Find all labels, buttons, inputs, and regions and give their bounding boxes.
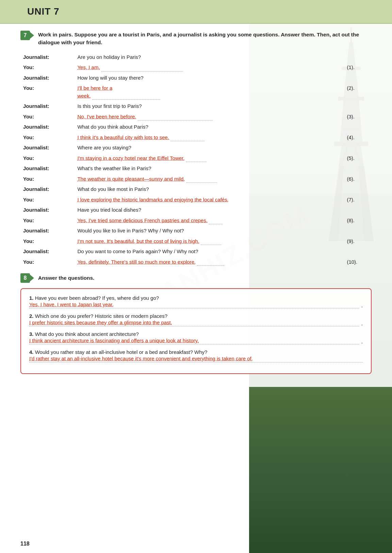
speaker-journalist-5: Journalist: [20, 143, 75, 153]
speaker-you-3: You: [20, 112, 75, 122]
speaker-you-5: You: [20, 153, 75, 164]
dialogue-row-18: You: I'm not sure. It's beautiful, but t… [20, 236, 372, 247]
speaker-journalist-10: Journalist: [20, 246, 75, 257]
speaker-you-1: You: [20, 62, 75, 73]
you-answer-5: I'm staying in a cozy hotel near the Eif… [75, 153, 344, 164]
you-answer-3: No, I've been here before. [75, 112, 344, 122]
exercise-8-num-box: 8 [20, 273, 30, 283]
journalist-text-5: Where are you staying? [75, 143, 372, 153]
question-3: 3. What do you think about ancient archi… [29, 331, 363, 344]
question-2: 2. Which one do you prefer? Historic sit… [29, 313, 363, 326]
exercise-8-number: 8 [20, 273, 34, 283]
you-answer-8: Yes, I've tried some delicious French pa… [75, 215, 344, 226]
journalist-text-7: What do you like most in Paris? [75, 184, 372, 195]
answer-text-4: I think it's a beautiful city with lots … [77, 134, 169, 140]
question-4-number: 4. [29, 349, 34, 355]
header-bar: UNIT 7 [0, 0, 392, 24]
you-answer-7: I love exploring the historic landmarks … [75, 195, 344, 205]
question-3-text: 3. What do you think about ancient archi… [29, 331, 363, 337]
line-num-10: (10). [344, 257, 372, 267]
line-num-1: (1). [344, 62, 372, 73]
dialogue-row-1: Journalist: Are you on holiday in Paris? [20, 52, 372, 63]
answer-text-10: Yes, definitely. There's still so much m… [77, 259, 196, 265]
journalist-text-4: What do you think about Paris? [75, 122, 372, 132]
dialogue-row-8: You: I think it's a beautiful city with … [20, 132, 372, 143]
question-3-period: . [361, 339, 363, 344]
journalist-text-2: How long will you stay there? [75, 73, 372, 83]
dialogue-row-4: You: I'll be here for aweek. (2). [20, 83, 372, 101]
question-2-text: 2. Which one do you prefer? Historic sit… [29, 313, 363, 319]
answer-text-2: I'll be here for aweek. [77, 85, 112, 99]
exercise-7-header: 7 Work in pairs. Suppose you are a touri… [20, 31, 372, 47]
exercise-7-num-box: 7 [20, 31, 30, 40]
you-answer-4: I think it's a beautiful city with lots … [75, 132, 344, 143]
question-4: 4. Would you rather stay at an all-inclu… [29, 349, 363, 362]
question-1-period: . [361, 303, 363, 308]
speaker-you-2: You: [20, 83, 75, 101]
speaker-journalist-6: Journalist: [20, 163, 75, 174]
dialogue-row-9: Journalist: Where are you staying? [20, 143, 372, 153]
answer-text-3: No, I've been here before. [77, 114, 136, 119]
line-num-5: (5). [344, 153, 372, 164]
speaker-you-7: You: [20, 195, 75, 205]
speaker-you-4: You: [20, 132, 75, 143]
question-2-period: . [361, 321, 363, 326]
dialogue-row-10: You: I'm staying in a cozy hotel near th… [20, 153, 372, 164]
page-content: UNIT 7 7 Work in pairs. Suppose you are … [0, 0, 392, 387]
exercise-7-arrow [30, 32, 34, 39]
dialogue-row-12: You: The weather is quite pleasant—sunny… [20, 174, 372, 184]
line-num-6: (6). [344, 174, 372, 184]
journalist-text-1: Are you on holiday in Paris? [75, 52, 372, 63]
dialogue-row-5: Journalist: Is this your first trip to P… [20, 101, 372, 112]
speaker-journalist-9: Journalist: [20, 226, 75, 236]
speaker-journalist-7: Journalist: [20, 184, 75, 195]
question-2-number: 2. [29, 313, 34, 319]
question-4-text: 4. Would you rather stay at an all-inclu… [29, 349, 363, 355]
line-num-2: (2). [344, 83, 372, 101]
journalist-text-10: Do you want to come to Paris again? Why … [75, 246, 372, 257]
question-3-number: 3. [29, 331, 34, 337]
exercise-8-header: 8 Answer the questions. [20, 273, 372, 283]
exercise-7-instruction: Work in pairs. Suppose you are a tourist… [38, 31, 372, 47]
line-num-7: (7). [344, 195, 372, 205]
dialogue-row-7: Journalist: What do you think about Pari… [20, 122, 372, 132]
question-3-answer: I think ancient architecture is fascinat… [29, 338, 359, 344]
exercise-8-arrow [30, 275, 34, 281]
dialogue-row-6: You: No, I've been here before. (3). [20, 112, 372, 122]
answer-text-9: I'm not sure. It's beautiful, but the co… [77, 238, 199, 244]
question-4-answer: I'd rather stay at an all-inclusive hote… [29, 356, 363, 362]
speaker-journalist-8: Journalist: [20, 205, 75, 215]
line-num-3: (3). [344, 112, 372, 122]
journalist-text-8: Have you tried local dishes? [75, 205, 372, 215]
dialogue-table: Journalist: Are you on holiday in Paris?… [20, 52, 372, 267]
journalist-text-6: What's the weather like in Paris? [75, 163, 372, 174]
speaker-journalist-3: Journalist: [20, 101, 75, 112]
speaker-journalist-4: Journalist: [20, 122, 75, 132]
dialogue-row-13: Journalist: What do you like most in Par… [20, 184, 372, 195]
dialogue-row-17: Journalist: Would you like to live in Pa… [20, 226, 372, 236]
speaker-journalist-2: Journalist: [20, 73, 75, 83]
dialogue-row-11: Journalist: What's the weather like in P… [20, 163, 372, 174]
question-1-answer: Yes, I have. I went to Japan last year. [29, 302, 359, 308]
exercise-7-block: 7 Work in pairs. Suppose you are a touri… [20, 31, 372, 267]
speaker-you-9: You: [20, 236, 75, 247]
exercise-8-answer-box: 1. Have you ever been abroad? If yes, wh… [20, 288, 372, 374]
answer-text-7: I love exploring the historic landmarks … [77, 197, 228, 202]
speaker-you-8: You: [20, 215, 75, 226]
speaker-journalist-1: Journalist: [20, 52, 75, 63]
answer-text-8: Yes, I've tried some delicious French pa… [77, 217, 208, 223]
dialogue-row-15: Journalist: Have you tried local dishes? [20, 205, 372, 215]
question-1: 1. Have you ever been abroad? If yes, wh… [29, 295, 363, 308]
exercise-8-block: 8 Answer the questions. 1. Have you ever… [20, 273, 372, 374]
answer-text-6: The weather is quite pleasant—sunny and … [77, 176, 185, 182]
dialogue-row-2: You: Yes, I am. (1). [20, 62, 372, 73]
exercise-8-instruction: Answer the questions. [38, 274, 372, 282]
you-answer-2: I'll be here for aweek. [75, 83, 344, 101]
question-1-number: 1. [29, 295, 34, 301]
question-1-text: 1. Have you ever been abroad? If yes, wh… [29, 295, 363, 301]
journalist-text-9: Would you like to live in Paris? Why / W… [75, 226, 372, 236]
page-number: 118 [20, 541, 30, 547]
exercise-7-number: 7 [20, 31, 34, 40]
answer-text-1: Yes, I am. [77, 64, 100, 70]
main-body: 7 Work in pairs. Suppose you are a touri… [0, 24, 392, 387]
